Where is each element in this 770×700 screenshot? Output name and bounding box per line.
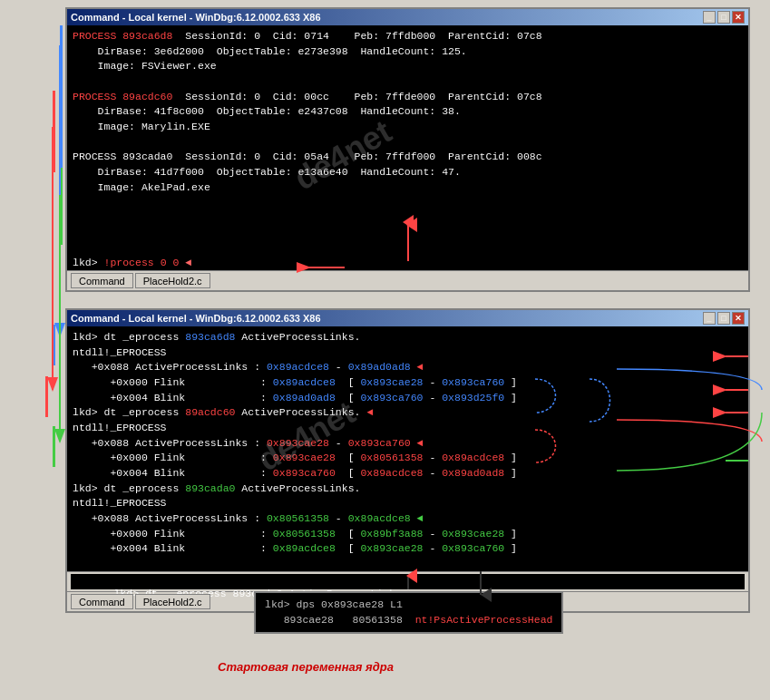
proc-line-7: PROCESS 893cada0 SessionId: 0 Cid: 05a4 … bbox=[73, 150, 730, 165]
bottom-bar-2: lkd> dt _eprocess 893cada0 ActiveProcess… bbox=[67, 571, 748, 591]
title-buttons-1: _ □ ✕ bbox=[703, 11, 745, 24]
minimize-button-2[interactable]: _ bbox=[703, 312, 716, 325]
w2-line-12: ntdll!_EPROCESS bbox=[73, 496, 730, 511]
proc-line-1: PROCESS 893ca6d8 SessionId: 0 Cid: 0714 … bbox=[73, 29, 730, 44]
restore-button-2[interactable]: □ bbox=[717, 312, 730, 325]
bottom-bar-1: Command PlaceHold2.c bbox=[67, 270, 748, 290]
blank-6 bbox=[73, 240, 730, 256]
w2-line-3: +0x088 ActiveProcessLinks : 0x89acdce8 -… bbox=[73, 360, 730, 375]
tab-placehold-1[interactable]: PlaceHold2.c bbox=[135, 273, 210, 288]
left-border-red-win2 bbox=[45, 376, 49, 417]
blank-2 bbox=[73, 135, 730, 151]
proc-line-5: DirBase: 41f8c000 ObjectTable: e2437c08 … bbox=[73, 104, 730, 120]
proc-line-2: DirBase: 3e6d2000 ObjectTable: e273e398 … bbox=[73, 44, 730, 60]
w2-line-13: +0x088 ActiveProcessLinks : 0x80561358 -… bbox=[73, 511, 730, 527]
proc-line-4: PROCESS 89acdc60 SessionId: 0 Cid: 00cc … bbox=[73, 90, 730, 105]
close-button-2[interactable]: ✕ bbox=[732, 312, 745, 325]
title-bar-1: Command - Local kernel - WinDbg:6.12.000… bbox=[67, 9, 748, 25]
left-border-green-win1 bbox=[60, 168, 63, 245]
w2-line-7: ntdll!_EPROCESS bbox=[73, 421, 730, 436]
w2-line-15: +0x004 Blink : 0x89acdce8 [ 0x893cae28 -… bbox=[73, 541, 730, 557]
title-text-2: Command - Local kernel - WinDbg:6.12.000… bbox=[71, 313, 321, 324]
title-bar-2: Command - Local kernel - WinDbg:6.12.000… bbox=[67, 310, 748, 326]
content-area-1: PROCESS 893ca6d8 SessionId: 0 Cid: 0714 … bbox=[67, 25, 748, 270]
proc-line-6: Image: Marylin.EXE bbox=[73, 120, 730, 135]
blank-3 bbox=[73, 195, 730, 210]
title-text-1: Command - Local kernel - WinDbg:6.12.000… bbox=[71, 12, 321, 23]
terminal-box: lkd> dps 0x893cae28 L1 893cae28 80561358… bbox=[254, 591, 563, 634]
tab-command-1[interactable]: Command bbox=[71, 273, 133, 288]
left-border-green-win2 bbox=[53, 426, 56, 467]
blank-5 bbox=[73, 226, 730, 241]
w2-line-1: lkd> dt _eprocess 893ca6d8 ActiveProcess… bbox=[73, 330, 730, 345]
w2-line-8: +0x088 ActiveProcessLinks : 0x893cae28 -… bbox=[73, 436, 730, 452]
close-button-1[interactable]: ✕ bbox=[732, 11, 745, 24]
title-buttons-2: _ □ ✕ bbox=[703, 312, 745, 325]
w2-line-2: ntdll!_EPROCESS bbox=[73, 345, 730, 361]
w2-line-11: lkd> dt _eprocess 893cada0 ActiveProcess… bbox=[73, 481, 730, 497]
window-1: Command - Local kernel - WinDbg:6.12.000… bbox=[65, 7, 750, 292]
window-2: Command - Local kernel - WinDbg:6.12.000… bbox=[65, 308, 750, 613]
blank-1 bbox=[73, 74, 730, 90]
w2-line-5: +0x004 Blink : 0x89ad0ad8 [ 0x893ca760 -… bbox=[73, 391, 730, 406]
minimize-button-1[interactable]: _ bbox=[703, 11, 716, 24]
restore-button-1[interactable]: □ bbox=[717, 11, 730, 24]
proc-line-8: DirBase: 41d7f000 ObjectTable: e13a6e40 … bbox=[73, 165, 730, 180]
blank-4 bbox=[73, 210, 730, 226]
w2-line-9: +0x000 Flink : 0x893cae28 [ 0x80561358 -… bbox=[73, 451, 730, 466]
tab-command-2[interactable]: Command bbox=[71, 594, 133, 609]
tab-placehold-2[interactable]: PlaceHold2.c bbox=[135, 594, 210, 609]
caption-text: Стартовая переменная ядра bbox=[218, 660, 394, 674]
content-area-2: lkd> dt _eprocess 893ca6d8 ActiveProcess… bbox=[67, 326, 748, 571]
left-border-red-win1 bbox=[53, 91, 56, 172]
prompt-line-1: lkd> !process 0 0 ◄ bbox=[73, 256, 730, 270]
left-border-blue-win2 bbox=[53, 325, 56, 365]
w2-line-14: +0x000 Flink : 0x80561358 [ 0x89bf3a88 -… bbox=[73, 527, 730, 542]
proc-line-3: Image: FSViewer.exe bbox=[73, 59, 730, 74]
proc-line-9: Image: AkelPad.exe bbox=[73, 180, 730, 196]
w2-line-10: +0x004 Blink : 0x893ca760 [ 0x89acdce8 -… bbox=[73, 466, 730, 481]
w2-line-6: lkd> dt _eprocess 89acdc60 ActiveProcess… bbox=[73, 405, 730, 421]
w2-line-4: +0x000 Flink : 0x89acdce8 [ 0x893cae28 -… bbox=[73, 375, 730, 391]
